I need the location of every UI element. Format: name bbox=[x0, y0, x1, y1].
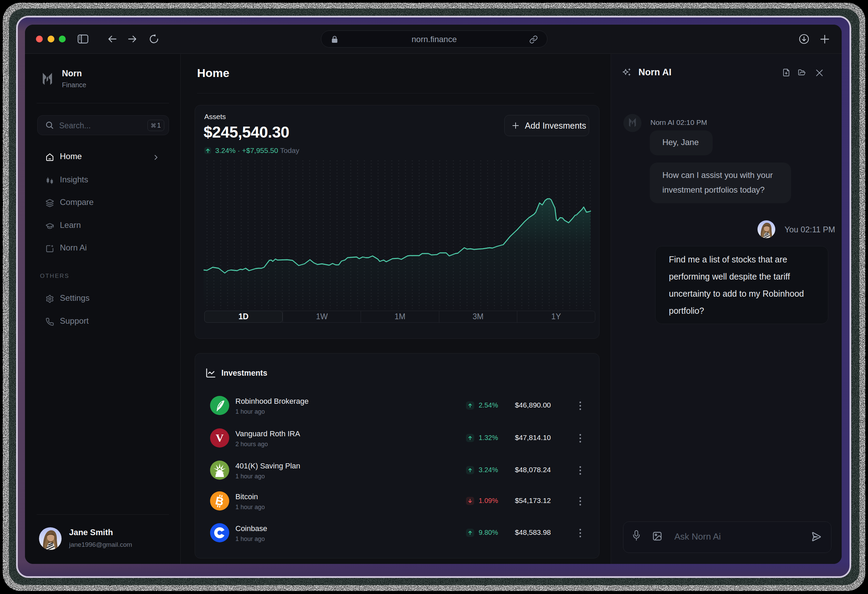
svg-text:V: V bbox=[216, 432, 223, 444]
